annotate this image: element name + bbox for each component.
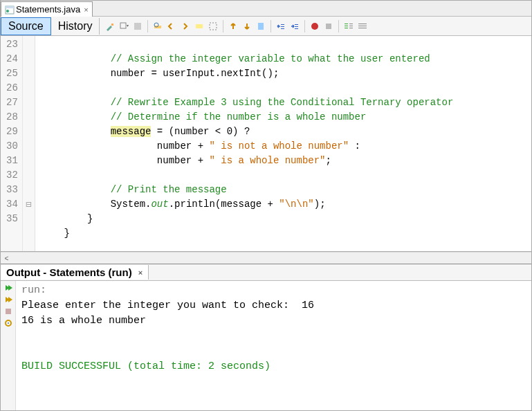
line-number: 23	[6, 37, 18, 52]
line-number: 32	[6, 168, 18, 183]
file-tab-bar: Statements.java ×	[1, 1, 531, 17]
scroll-track[interactable]	[12, 253, 531, 264]
find-selection-icon[interactable]	[152, 20, 164, 33]
find-next-icon[interactable]	[179, 20, 192, 33]
code-area[interactable]: // Assign the integer variable to what t…	[35, 36, 531, 251]
line-number: 29	[6, 125, 18, 139]
rerun-icon[interactable]	[3, 282, 14, 293]
separator	[147, 20, 148, 33]
code-line: System.out.println(message + "\n\n");	[41, 199, 326, 210]
svg-rect-23	[349, 26, 353, 26]
tab-history[interactable]: History	[51, 18, 100, 35]
rerun-alt-icon[interactable]	[3, 294, 14, 304]
code-line: // Rewrite Example 3 using the Condition…	[41, 97, 454, 108]
svg-rect-20	[345, 26, 348, 26]
shift-right-icon[interactable]	[288, 20, 301, 33]
svg-rect-21	[345, 28, 348, 28]
svg-rect-14	[295, 24, 298, 25]
svg-rect-25	[358, 24, 367, 24]
svg-rect-15	[295, 26, 298, 27]
code-line: number + " is a whole number";	[41, 155, 331, 166]
svg-rect-18	[326, 24, 331, 29]
shift-left-icon[interactable]	[275, 20, 287, 33]
svg-rect-26	[358, 26, 367, 26]
output-line: 16 is a whole number	[21, 315, 146, 327]
find-prev-icon[interactable]	[165, 20, 178, 33]
code-line: message = (number < 0) ?	[41, 126, 250, 137]
output-title-tab[interactable]: Output - Statements (run) ×	[1, 265, 149, 280]
output-toolbar	[1, 281, 16, 410]
output-console[interactable]: run: Please enter the integer you want t…	[16, 281, 531, 410]
file-tab-label: Statements.java	[16, 4, 80, 15]
stop-macro-icon[interactable]	[322, 20, 335, 33]
svg-rect-19	[345, 24, 348, 24]
dropdown-icon[interactable]	[118, 20, 130, 33]
line-number: 28	[6, 110, 18, 125]
svg-point-30	[8, 322, 9, 324]
svg-rect-5	[134, 23, 141, 30]
code-line: number + " is not a whole number" :	[41, 140, 360, 152]
line-number: 25	[6, 66, 18, 81]
next-bookmark-icon[interactable]	[241, 20, 253, 33]
svg-rect-13	[281, 28, 284, 29]
svg-rect-27	[358, 28, 367, 28]
tab-source[interactable]: Source	[1, 17, 51, 35]
separator	[338, 20, 339, 33]
scroll-left-icon[interactable]: <	[1, 255, 12, 262]
comment-icon[interactable]	[342, 20, 355, 33]
line-number: 35	[6, 212, 18, 226]
settings-icon[interactable]	[3, 318, 14, 328]
svg-rect-4	[120, 23, 126, 28]
select-rect-icon[interactable]	[207, 20, 219, 33]
box-icon[interactable]	[131, 20, 144, 33]
svg-rect-28	[6, 309, 11, 314]
line-number: 34	[6, 197, 18, 212]
prev-bookmark-icon[interactable]	[227, 20, 239, 33]
svg-rect-12	[281, 26, 284, 27]
svg-rect-22	[349, 24, 353, 24]
output-line: BUILD SUCCESSFUL (total time: 2 seconds)	[21, 360, 270, 372]
separator	[304, 20, 305, 33]
line-number: 31	[6, 154, 18, 168]
svg-rect-10	[258, 23, 264, 30]
separator	[223, 20, 223, 33]
code-line: // Determine if the number is a whole nu…	[41, 111, 367, 122]
svg-point-17	[311, 23, 318, 30]
svg-rect-24	[349, 28, 353, 28]
line-gutter: 23 24 25 26 27 28 29 30 31 32 33 34 35	[1, 36, 23, 251]
output-body: run: Please enter the integer you want t…	[1, 281, 531, 410]
code-line: // Print the message	[41, 184, 227, 195]
output-line: Please enter the integer you want to che…	[21, 300, 314, 311]
horizontal-scrollbar[interactable]: <	[1, 252, 531, 264]
uncomment-icon[interactable]	[356, 20, 369, 33]
separator	[270, 20, 271, 33]
code-line	[41, 170, 111, 181]
line-number: 33	[6, 183, 18, 197]
stop-icon[interactable]	[3, 306, 14, 316]
java-file-icon	[5, 5, 15, 15]
file-tab-statements[interactable]: Statements.java ×	[1, 1, 93, 17]
view-tabs-row: Source History	[1, 17, 531, 36]
output-title-label: Output - Statements (run)	[6, 266, 132, 278]
code-line	[41, 82, 111, 93]
editor-toolbar	[100, 20, 369, 33]
code-line: // Assign the integer variable to what t…	[41, 53, 430, 64]
code-line: number = userInput.nextInt();	[41, 68, 279, 79]
code-line: }	[41, 213, 93, 224]
svg-point-2	[6, 10, 9, 12]
svg-rect-9	[210, 23, 217, 30]
svg-rect-16	[295, 28, 298, 29]
toggle-highlight-icon[interactable]	[193, 20, 205, 33]
glyph-margin: ⊟	[23, 36, 35, 251]
svg-rect-8	[196, 24, 203, 28]
toggle-bookmark-icon[interactable]	[255, 20, 267, 33]
last-edit-icon[interactable]	[104, 20, 116, 33]
close-icon[interactable]: ×	[136, 268, 143, 277]
svg-rect-1	[6, 6, 14, 8]
start-macro-icon[interactable]	[309, 20, 321, 33]
code-editor[interactable]: 23 24 25 26 27 28 29 30 31 32 33 34 35 ⊟…	[1, 36, 531, 252]
output-header: Output - Statements (run) ×	[1, 264, 531, 281]
close-icon[interactable]: ×	[82, 6, 88, 14]
svg-rect-3	[111, 24, 113, 26]
line-number: 27	[6, 95, 18, 110]
